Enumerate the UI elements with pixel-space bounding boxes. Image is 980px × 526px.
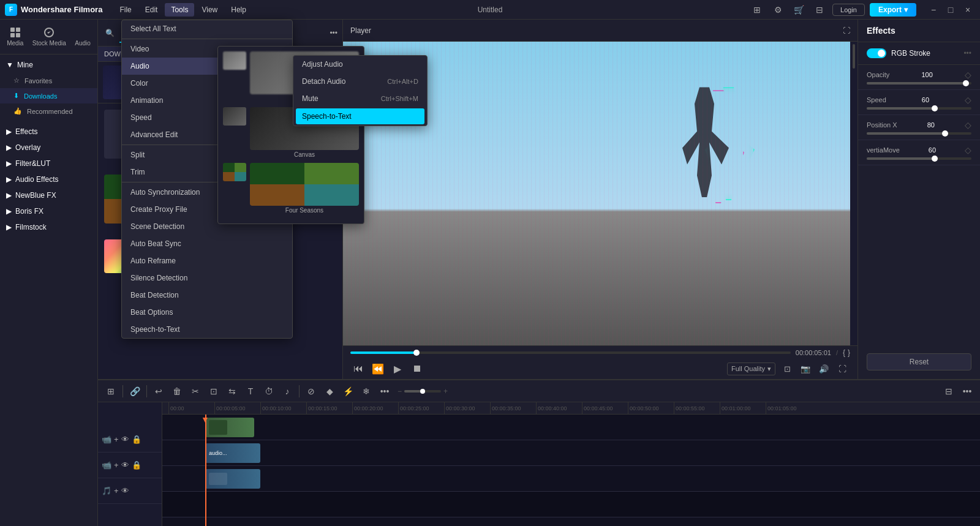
canvas-sub-thumb — [223, 107, 246, 126]
seasons-sub-thumb — [223, 163, 246, 181]
dd-beat-detect[interactable]: Beat Detection — [122, 287, 292, 304]
speed-submenu-label: Speed — [130, 113, 152, 122]
dropdown-overlay[interactable]: Select All Text Video Audio Color Animat… — [0, 0, 980, 526]
s1 — [223, 163, 235, 172]
canvas-sub-label: Canvas — [250, 150, 359, 158]
seasons-large-thumb — [250, 163, 359, 206]
dd-select-all-text[interactable]: Select All Text — [122, 20, 292, 37]
beat-detect-label: Beat Detection — [130, 291, 179, 299]
video-submenu-label: Video — [130, 45, 149, 53]
audio-submenu-label: Audio — [130, 62, 149, 70]
audio-adjust[interactable]: Adjust Audio — [293, 56, 427, 73]
color-submenu-label: Color — [130, 79, 148, 88]
animation-submenu-label: Animation — [130, 96, 163, 105]
blur-sub-thumb — [223, 51, 246, 70]
sl3 — [250, 184, 304, 206]
dd-beat-sync[interactable]: Auto Beat Sync — [122, 235, 292, 252]
esub-seasons-item[interactable] — [223, 163, 246, 214]
s2 — [235, 163, 246, 172]
beat-sync-label: Auto Beat Sync — [130, 239, 181, 248]
mute-label: Mute — [302, 94, 318, 103]
auto-reframe-label: Auto Reframe — [130, 257, 176, 265]
advanced-edit-label: Advanced Edit — [130, 130, 178, 139]
auto-sync-label: Auto Synchronization — [130, 188, 200, 197]
esub-seasons-spacer: Four Seasons — [250, 163, 359, 214]
select-all-text-label: Select All Text — [130, 24, 176, 33]
mute-shortcut: Ctrl+Shift+M — [381, 95, 418, 102]
sl1 — [250, 163, 304, 184]
seasons-sub-label: Four Seasons — [250, 206, 359, 214]
trim-label: Trim — [130, 168, 145, 176]
esub-canvas-item[interactable] — [223, 107, 246, 158]
dd-silence[interactable]: Silence Detection — [122, 269, 292, 287]
audio-submenu-menu: Adjust Audio Detach Audio Ctrl+Alt+D Mut… — [293, 55, 428, 126]
beat-options-label: Beat Options — [130, 308, 173, 317]
adjust-audio-label: Adjust Audio — [302, 60, 343, 69]
speech-to-text-label: Speech-to-Text — [130, 325, 180, 334]
audio-mute[interactable]: Mute Ctrl+Shift+M — [293, 90, 427, 107]
audio-detach[interactable]: Detach Audio Ctrl+Alt+D — [293, 73, 427, 90]
s3 — [223, 172, 235, 181]
dd-beat-options[interactable]: Beat Options — [122, 304, 292, 321]
scene-label: Scene Detection — [130, 222, 184, 231]
proxy-label: Create Proxy File — [130, 205, 187, 214]
detach-audio-label: Detach Audio — [302, 77, 345, 86]
sl4 — [304, 184, 359, 206]
speech-to-text-sub-label: Speech-to-Text — [302, 112, 352, 121]
dd-speech-to-text[interactable]: Speech-to-Text — [122, 321, 292, 338]
s4 — [235, 172, 246, 181]
silence-label: Silence Detection — [130, 274, 187, 282]
esub-seasons-row: Four Seasons — [223, 163, 359, 214]
detach-shortcut: Ctrl+Alt+D — [387, 78, 418, 85]
sl2 — [304, 163, 359, 184]
dd-sep-1 — [122, 39, 292, 39]
dd-auto-reframe[interactable]: Auto Reframe — [122, 252, 292, 269]
split-label: Split — [130, 151, 145, 159]
esub-blur-thumb-item[interactable] — [223, 51, 246, 102]
audio-speech-to-text[interactable]: Speech-to-Text — [296, 108, 424, 124]
